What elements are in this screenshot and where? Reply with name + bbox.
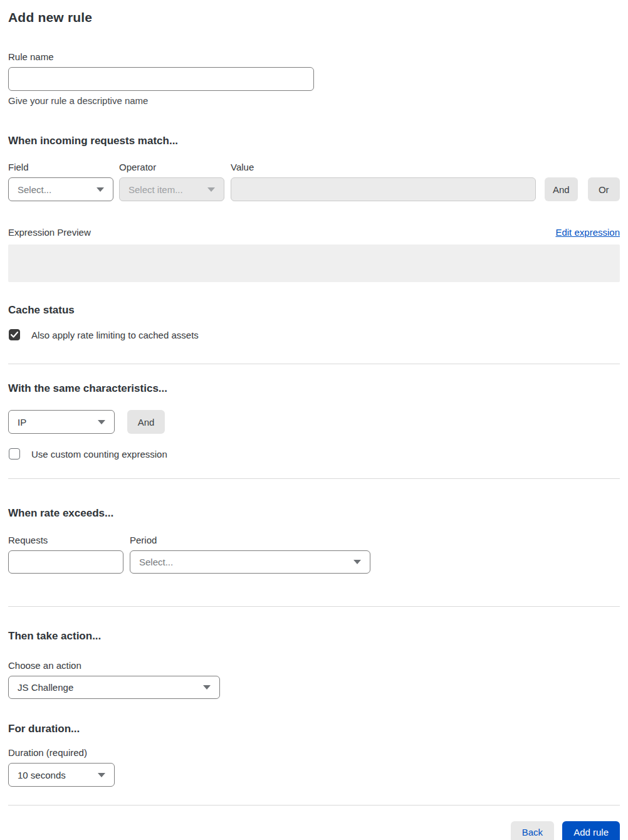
expression-preview-header: Expression Preview Edit expression (8, 227, 620, 238)
period-label: Period (130, 535, 370, 545)
duration-select-value: 10 seconds (18, 770, 92, 780)
period-select[interactable]: Select... (130, 550, 370, 574)
back-button[interactable]: Back (511, 821, 554, 840)
rate-heading: When rate exceeds... (8, 507, 620, 520)
action-label: Choose an action (8, 660, 620, 671)
requests-column: Requests (8, 535, 123, 574)
action-select[interactable]: JS Challenge (8, 676, 220, 699)
add-rule-button[interactable]: Add rule (562, 821, 620, 840)
cache-status-heading: Cache status (8, 304, 620, 317)
operator-select-value: Select item... (128, 184, 201, 195)
value-label: Value (231, 162, 536, 172)
chevron-down-icon (98, 773, 105, 777)
operator-label: Operator (119, 162, 224, 172)
cache-status-checkbox[interactable] (9, 329, 20, 340)
chevron-down-icon (353, 560, 361, 564)
action-select-value: JS Challenge (18, 682, 197, 693)
match-section-heading: When incoming requests match... (8, 135, 620, 147)
custom-counting-checkbox[interactable] (9, 448, 20, 459)
field-select-value: Select... (18, 184, 90, 195)
period-column: Period Select... (123, 535, 370, 574)
and-button[interactable]: And (545, 177, 578, 201)
characteristics-heading: With the same characteristics... (8, 382, 620, 395)
action-heading: Then take action... (8, 630, 620, 643)
requests-input[interactable] (8, 550, 123, 574)
characteristics-select[interactable]: IP (8, 410, 115, 434)
field-select[interactable]: Select... (8, 177, 113, 201)
expression-preview-box (8, 244, 620, 282)
or-button[interactable]: Or (588, 177, 620, 201)
duration-heading: For duration... (8, 723, 620, 735)
rule-name-help: Give your rule a descriptive name (8, 95, 620, 106)
operator-column: Operator Select item... (113, 162, 224, 201)
characteristics-row: IP And (8, 410, 620, 434)
footer-actions: Back Add rule (8, 821, 620, 840)
custom-counting-checkbox-label: Use custom counting expression (31, 449, 167, 459)
duration-label: Duration (required) (8, 747, 620, 758)
rule-name-label: Rule name (8, 51, 620, 62)
match-builder-row: Field Select... Operator Select item... … (8, 162, 620, 201)
field-label: Field (8, 162, 113, 172)
chevron-down-icon (203, 685, 211, 690)
add-rule-form: Add new rule Rule name Give your rule a … (0, 0, 628, 840)
chevron-down-icon (207, 187, 215, 192)
cache-status-check-row: Also apply rate limiting to cached asset… (8, 329, 620, 340)
characteristics-select-value: IP (18, 417, 92, 428)
rate-row: Requests Period Select... (8, 535, 620, 574)
operator-select[interactable]: Select item... (119, 177, 224, 201)
counting-expression-check-row: Use custom counting expression (8, 448, 620, 459)
field-column: Field Select... (8, 162, 113, 201)
divider (8, 805, 620, 806)
divider (8, 364, 620, 364)
edit-expression-link[interactable]: Edit expression (555, 227, 620, 238)
check-icon (11, 332, 18, 338)
chevron-down-icon (98, 420, 105, 424)
chevron-down-icon (97, 187, 104, 192)
duration-select[interactable]: 10 seconds (8, 763, 115, 787)
expression-preview-label: Expression Preview (8, 227, 91, 238)
rule-name-input[interactable] (8, 67, 314, 91)
value-input[interactable] (231, 177, 536, 201)
cache-status-checkbox-label: Also apply rate limiting to cached asset… (31, 330, 199, 340)
requests-label: Requests (8, 535, 123, 545)
page-title: Add new rule (8, 10, 620, 25)
period-select-value: Select... (139, 557, 347, 567)
characteristics-and-button[interactable]: And (127, 410, 165, 434)
value-column: Value (224, 162, 536, 201)
divider (8, 478, 620, 479)
divider (8, 606, 620, 607)
